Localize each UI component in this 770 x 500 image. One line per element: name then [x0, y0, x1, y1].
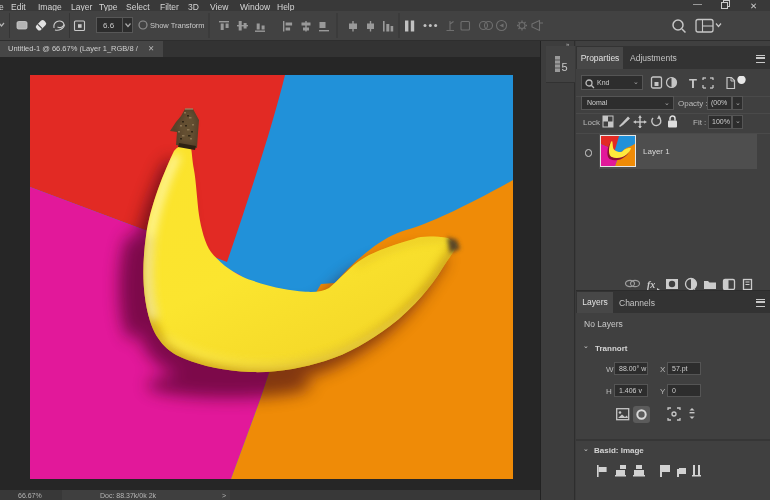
svg-text:fx: fx [647, 279, 655, 290]
svg-text:Show Transform: Show Transform [150, 21, 205, 30]
svg-text:6.6: 6.6 [103, 21, 115, 30]
svg-text:T: T [689, 76, 697, 91]
svg-text:5: 5 [562, 61, 568, 73]
